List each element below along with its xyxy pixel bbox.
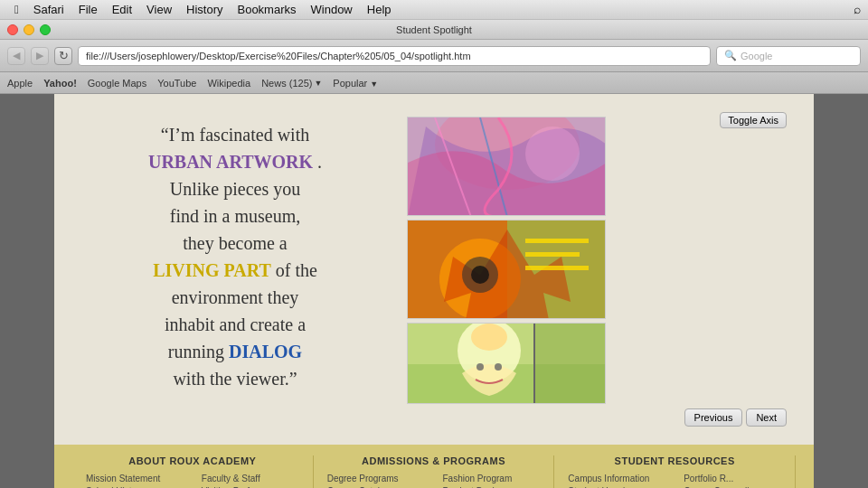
- highlight-living-part: LIVING PART: [153, 260, 271, 280]
- bookmark-youtube[interactable]: YouTube: [157, 78, 196, 89]
- artwork-3-inner: [408, 324, 605, 403]
- apple-menu[interactable]: : [7, 0, 26, 19]
- address-text: file:///Users/josephlowery/Desktop/Exerc…: [86, 51, 471, 61]
- artwork-3-svg: [408, 324, 606, 404]
- forward-button[interactable]: ▶: [31, 47, 49, 65]
- footer-links-about-right: Faculty & Staff Visiting Professors: [202, 474, 299, 488]
- toggle-axis-button[interactable]: Toggle Axis: [720, 112, 787, 128]
- footer-links-resources-left: Campus Information Student Housing: [568, 474, 665, 488]
- traffic-lights: [7, 24, 51, 35]
- image-section: Toggle Axis: [407, 112, 787, 436]
- webpage: “I’m fascinated with URBAN ARTWORK .Unli…: [54, 94, 814, 488]
- quote-text: “I’m fascinated with URBAN ARTWORK .Unli…: [81, 121, 389, 392]
- highlight-urban-artwork: URBAN ARTWORK: [148, 152, 313, 172]
- footer-links-resources: Campus Information Student Housing Portf…: [568, 474, 781, 488]
- bookmark-google-maps[interactable]: Google Maps: [88, 78, 146, 89]
- bookmark-wikipedia[interactable]: Wikipedia: [207, 78, 250, 89]
- search-bar[interactable]: 🔍 Google: [716, 46, 861, 66]
- menu-file[interactable]: File: [71, 0, 105, 19]
- svg-rect-12: [525, 239, 589, 243]
- refresh-button[interactable]: ↻: [54, 47, 72, 65]
- footer-title-resources: STUDENT RESOURCES: [568, 455, 781, 466]
- artwork-image-2: [407, 220, 606, 319]
- bookmark-yahoo[interactable]: Yahoo!: [43, 78, 77, 89]
- footer-link-campus[interactable]: Campus Information: [568, 474, 665, 483]
- svg-point-11: [471, 266, 489, 284]
- svg-point-4: [525, 127, 580, 181]
- svg-rect-14: [525, 266, 589, 270]
- artwork-1-inner: [408, 117, 605, 215]
- next-button[interactable]: Next: [746, 408, 787, 427]
- svg-point-18: [471, 324, 507, 351]
- bookmark-news[interactable]: News (125) ▼: [261, 78, 322, 89]
- svg-point-20: [495, 363, 502, 371]
- footer-col-about: ABOUT ROUX ACADEMY Mission Statement Sch…: [72, 455, 314, 488]
- close-button[interactable]: [7, 24, 18, 35]
- menu-bookmarks[interactable]: Bookmarks: [230, 0, 303, 19]
- menu-view[interactable]: View: [139, 0, 179, 19]
- safari-toolbar: ◀ ▶ ↻ file:///Users/josephlowery/Desktop…: [0, 40, 868, 72]
- menu-safari[interactable]: Safari: [26, 0, 71, 19]
- artwork-image-3: [407, 323, 606, 404]
- maximize-button[interactable]: [40, 24, 51, 35]
- svg-rect-13: [525, 252, 580, 257]
- artwork-2-inner: [408, 221, 605, 318]
- footer-link-degree[interactable]: Degree Programs: [327, 474, 425, 483]
- footer-links-about: Mission Statement School History Faculty…: [86, 474, 299, 488]
- nav-buttons: Previous Next: [684, 408, 787, 427]
- mac-menu-bar:  Safari File Edit View History Bookmark…: [0, 0, 868, 20]
- menu-edit[interactable]: Edit: [105, 0, 139, 19]
- quote-section: “I’m fascinated with URBAN ARTWORK .Unli…: [81, 112, 389, 436]
- search-placeholder: Google: [741, 51, 772, 61]
- footer-links-admissions-left: Degree Programs Course Catalog: [327, 474, 425, 488]
- footer-link-mission[interactable]: Mission Statement: [86, 474, 184, 483]
- footer-links-admissions: Degree Programs Course Catalog Fashion P…: [327, 474, 541, 488]
- footer-links-about-left: Mission Statement School History: [86, 474, 184, 488]
- footer-col-admissions: ADMISSIONS & PROGRAMS Degree Programs Co…: [314, 455, 555, 488]
- search-icon: 🔍: [724, 50, 737, 61]
- bookmarks-bar: Apple Yahoo! Google Maps YouTube Wikiped…: [0, 72, 868, 94]
- footer-title-admissions: ADMISSIONS & PROGRAMS: [327, 455, 541, 466]
- content-area: “I’m fascinated with URBAN ARTWORK .Unli…: [54, 94, 814, 445]
- artwork-image-1: [407, 117, 606, 216]
- title-bar: Student Spotlight: [0, 20, 868, 40]
- bookmark-apple[interactable]: Apple: [7, 78, 33, 89]
- menu-help[interactable]: Help: [360, 0, 399, 19]
- artwork-1-svg: [408, 117, 605, 215]
- quote-open: “I’m fascinated with: [161, 125, 309, 145]
- minimize-button[interactable]: [24, 24, 34, 35]
- window-title: Student Spotlight: [396, 24, 472, 35]
- highlight-dialog: DIALOG: [229, 342, 302, 361]
- menu-window[interactable]: Window: [304, 0, 360, 19]
- address-bar[interactable]: file:///Users/josephlowery/Desktop/Exerc…: [78, 46, 711, 66]
- svg-rect-21: [534, 324, 606, 404]
- quote-end2: with the viewer.”: [173, 369, 297, 389]
- back-button[interactable]: ◀: [7, 47, 25, 65]
- menu-history[interactable]: History: [179, 0, 230, 19]
- footer-title-about: ABOUT ROUX ACADEMY: [86, 455, 299, 466]
- footer-links-resources-right: Portfolio R... Career Counseling: [684, 474, 781, 488]
- footer-links-admissions-right: Fashion Program Product Design: [443, 474, 541, 488]
- artwork-2-svg: [408, 221, 606, 319]
- footer-link-portfolio[interactable]: Portfolio R...: [684, 474, 781, 483]
- bookmark-popular[interactable]: Popular ▼: [333, 78, 378, 89]
- svg-point-19: [476, 363, 484, 371]
- previous-button[interactable]: Previous: [684, 408, 743, 427]
- footer-link-faculty[interactable]: Faculty & Staff: [202, 474, 299, 483]
- spotlight-icon[interactable]: ⌕: [854, 3, 861, 17]
- main-content: “I’m fascinated with URBAN ARTWORK .Unli…: [0, 94, 868, 488]
- footer-link-fashion[interactable]: Fashion Program: [443, 474, 541, 483]
- footer-col-resources: STUDENT RESOURCES Campus Information Stu…: [554, 455, 796, 488]
- footer: ABOUT ROUX ACADEMY Mission Statement Sch…: [54, 445, 814, 488]
